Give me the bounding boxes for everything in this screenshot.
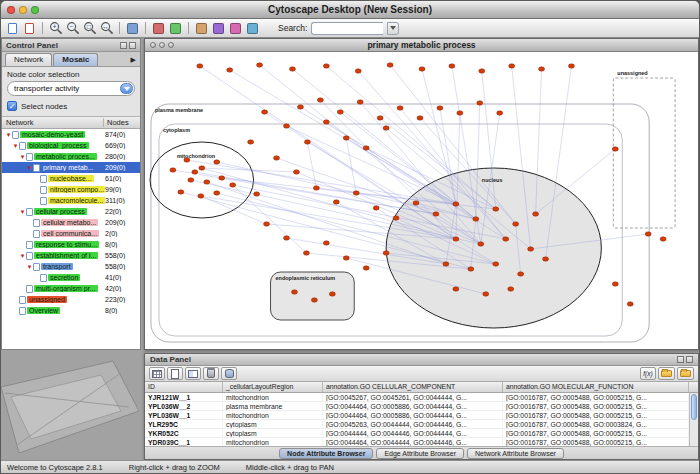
attribute-columns-icon[interactable] <box>185 367 201 380</box>
search-options-icon[interactable] <box>387 22 399 35</box>
network-node[interactable] <box>337 110 343 114</box>
zoom-in-icon[interactable]: + <box>48 21 63 36</box>
attribute-history-icon[interactable] <box>221 367 237 380</box>
frame-close-icon[interactable] <box>150 42 156 48</box>
network-node[interactable] <box>204 180 210 184</box>
network-node[interactable] <box>323 241 329 245</box>
network-node[interactable] <box>483 292 489 296</box>
expand-icon[interactable]: ▾ <box>26 261 33 272</box>
network-node[interactable] <box>184 158 190 162</box>
network-node[interactable] <box>387 63 393 67</box>
network-node[interactable] <box>493 207 499 211</box>
network-node[interactable] <box>627 302 633 306</box>
table-row-ylr295c[interactable]: YLR295Ccytoplasm[GO:0045263, GO:0044444,… <box>145 420 689 429</box>
close-panel-icon[interactable] <box>129 42 136 49</box>
network-node[interactable] <box>533 212 539 216</box>
network-edge[interactable] <box>201 196 267 224</box>
network-node[interactable] <box>493 262 499 266</box>
zoom-out-icon[interactable]: − <box>65 21 80 36</box>
network-node[interactable] <box>214 160 220 164</box>
tab-edge-attribute-browser[interactable]: Edge Attribute Browser <box>376 448 464 459</box>
import-network-icon[interactable] <box>194 21 209 36</box>
annotation-icon[interactable] <box>228 21 243 36</box>
expand-icon[interactable]: ▾ <box>19 151 26 162</box>
network-node[interactable] <box>329 292 335 296</box>
tree-row-cell-communica[interactable]: cell communica...2(0) <box>2 228 140 239</box>
zoom-fit-icon[interactable]: ↔ <box>99 21 114 36</box>
column-header[interactable]: annotation.GO CELLULAR_COMPONENT <box>323 382 503 392</box>
import-attributes-icon[interactable] <box>658 367 675 380</box>
tree-row-response-to-stimu[interactable]: response to stimu...8(0) <box>2 239 140 250</box>
tab-network[interactable]: Network <box>5 53 52 66</box>
network-node[interactable] <box>393 216 399 220</box>
network-node[interactable] <box>297 105 303 109</box>
network-node[interactable] <box>192 170 198 174</box>
network-edge[interactable] <box>307 142 316 188</box>
tree-row-biological-process[interactable]: ▾biological_process669(0) <box>2 140 140 151</box>
network-node[interactable] <box>303 251 309 255</box>
expand-icon[interactable]: ▾ <box>5 129 12 140</box>
select-attributes-icon[interactable] <box>149 367 165 380</box>
network-node[interactable] <box>473 217 479 221</box>
combo-dropdown-icon[interactable] <box>120 83 133 94</box>
network-node[interactable] <box>293 170 299 174</box>
network-node[interactable] <box>188 178 194 182</box>
network-node[interactable] <box>383 251 389 255</box>
network-node[interactable] <box>437 106 443 110</box>
tree-row-overview[interactable]: Overview8(0) <box>2 305 140 316</box>
vizmapper-icon[interactable] <box>211 21 226 36</box>
table-row-ypl036w__2[interactable]: YPL036W__2plasma membrane[GO:0044464, GO… <box>145 402 689 411</box>
zoom-window-icon[interactable] <box>31 6 39 14</box>
network-node[interactable] <box>518 272 524 276</box>
network-node[interactable] <box>433 212 439 216</box>
network-node[interactable] <box>283 124 289 128</box>
tab-network-attribute-browser[interactable]: Network Attribute Browser <box>467 448 564 459</box>
network-edge[interactable] <box>233 185 307 253</box>
close-panel-icon[interactable] <box>686 356 693 363</box>
network-node[interactable] <box>449 64 455 68</box>
network-node[interactable] <box>419 67 425 71</box>
network-node[interactable] <box>478 242 484 246</box>
network-node[interactable] <box>568 64 574 68</box>
column-header[interactable]: annotation.GO MOLECULAR_FUNCTION <box>503 382 689 392</box>
network-node[interactable] <box>274 156 280 160</box>
tree-row-secretion[interactable]: secretion41(0) <box>2 272 140 283</box>
network-node[interactable] <box>227 68 233 72</box>
network-node[interactable] <box>509 64 515 68</box>
tree-row-nucleobase[interactable]: nucleobase...61(0) <box>2 173 140 184</box>
scrollbar-thumb[interactable] <box>691 394 697 420</box>
network-node[interactable] <box>457 111 463 115</box>
network-node[interactable] <box>413 201 419 205</box>
network-node[interactable] <box>443 262 449 266</box>
save-session-icon[interactable] <box>22 21 37 36</box>
network-node[interactable] <box>170 168 176 172</box>
network-node[interactable] <box>357 100 363 104</box>
network-node[interactable] <box>313 186 319 190</box>
network-node[interactable] <box>539 67 545 71</box>
network-node[interactable] <box>479 69 485 73</box>
network-node[interactable] <box>543 257 549 261</box>
network-node[interactable] <box>453 287 459 291</box>
network-node[interactable] <box>508 287 514 291</box>
float-panel-icon[interactable] <box>120 42 127 49</box>
network-node[interactable] <box>477 101 483 105</box>
create-network-from-selection-icon[interactable] <box>168 21 183 36</box>
tree-row-nitrogen-compo[interactable]: nitrogen compo...99(0) <box>2 184 140 195</box>
tree-row-transport[interactable]: ▾transport558(0) <box>2 261 140 272</box>
tree-row-establishment-of-l[interactable]: ▾establishment of l...558(0) <box>2 250 140 261</box>
expand-icon[interactable]: ▾ <box>19 250 26 261</box>
network-node[interactable] <box>468 267 474 271</box>
expand-icon[interactable]: ▾ <box>26 162 33 173</box>
network-node[interactable] <box>513 222 519 226</box>
network-node[interactable] <box>528 247 534 251</box>
network-node[interactable] <box>343 256 349 260</box>
export-attributes-icon[interactable] <box>677 367 694 380</box>
float-panel-icon[interactable] <box>677 356 684 363</box>
delete-attribute-icon[interactable] <box>203 367 219 380</box>
network-node[interactable] <box>198 194 204 198</box>
tree-row-unassigned[interactable]: unassigned223(0) <box>2 294 140 305</box>
network-node[interactable] <box>197 64 203 68</box>
network-node[interactable] <box>219 176 225 180</box>
tab-node-attribute-browser[interactable]: Node Attribute Browser <box>279 448 373 459</box>
tree-row-multi-organism-pr[interactable]: multi-organism pr...42(0) <box>2 283 140 294</box>
